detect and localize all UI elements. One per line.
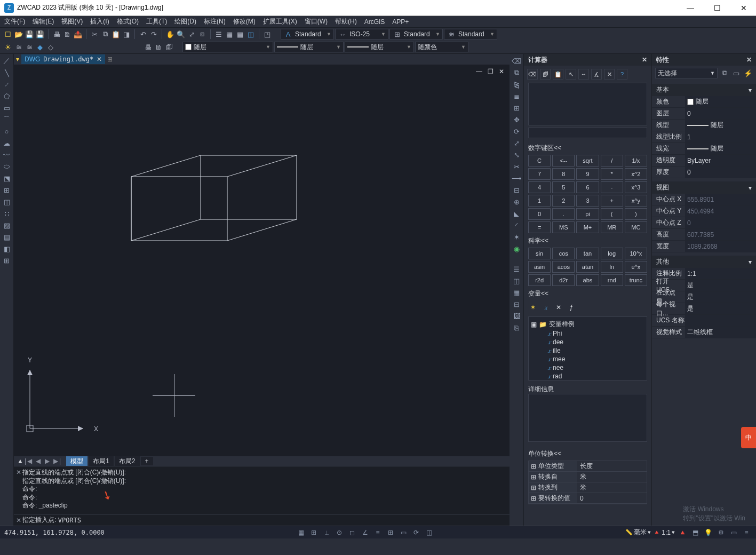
menu-express[interactable]: 扩展工具(X) bbox=[263, 17, 297, 26]
tab-model[interactable]: 模型 bbox=[66, 456, 87, 466]
plot-icon[interactable]: 🖶 bbox=[143, 42, 153, 52]
preview-icon[interactable]: 🗎 bbox=[62, 29, 72, 39]
quickselect-icon[interactable]: ⧉ bbox=[720, 68, 729, 78]
grid-icon[interactable]: ▦ bbox=[235, 29, 245, 39]
group-icon[interactable]: ⊟ bbox=[512, 299, 521, 309]
designcenter-icon[interactable]: ◫ bbox=[246, 29, 256, 39]
calc-getpt-icon[interactable]: ↖ bbox=[566, 69, 576, 80]
pline-icon[interactable]: ⟋ bbox=[2, 80, 12, 89]
text-style-dropdown[interactable]: A Standard▼ bbox=[281, 29, 334, 39]
plot2-icon[interactable]: 🗎 bbox=[154, 42, 163, 52]
calc-sci-sin[interactable]: sin bbox=[528, 248, 551, 259]
prop-group-basic[interactable]: 基本▾ bbox=[652, 84, 756, 96]
calc-sci-abs[interactable]: abs bbox=[576, 274, 599, 286]
dim-style-dropdown[interactable]: ↔ ISO-25▼ bbox=[335, 29, 388, 39]
calc-key-=[interactable]: = bbox=[528, 221, 551, 233]
rotate-icon[interactable]: ⟳ bbox=[512, 126, 521, 136]
var-dee[interactable]: 𝑥 dee bbox=[531, 338, 644, 346]
prop-row[interactable]: 中心点 Z0 bbox=[652, 217, 756, 229]
calc-sci-rnd[interactable]: rnd bbox=[601, 274, 623, 286]
clean-icon[interactable]: ▭ bbox=[728, 528, 739, 537]
props-selection-dropdown[interactable]: 无选择▼ bbox=[655, 68, 718, 78]
move-icon[interactable]: ✥ bbox=[512, 115, 521, 124]
var-mee[interactable]: 𝑥 mee bbox=[531, 355, 644, 363]
prop-row[interactable]: 颜色随层 bbox=[652, 96, 756, 108]
menu-app[interactable]: APP+ bbox=[392, 18, 409, 26]
prop-row[interactable]: 高度607.7385 bbox=[652, 229, 756, 241]
calc-key-5[interactable]: 5 bbox=[552, 181, 575, 193]
prop-row[interactable]: 线宽随层 bbox=[652, 143, 756, 155]
match-icon[interactable]: ◨ bbox=[122, 29, 131, 39]
menu-edit[interactable]: 编辑(E) bbox=[33, 17, 54, 26]
cycle-icon[interactable]: ⟳ bbox=[411, 528, 421, 537]
qp-icon[interactable]: ◫ bbox=[424, 528, 434, 537]
layer-tool2-icon[interactable]: ≋ bbox=[25, 42, 34, 52]
array-icon[interactable]: ⊞ bbox=[512, 103, 521, 113]
calc-key-*[interactable]: * bbox=[601, 168, 623, 180]
tab-layout1[interactable]: 布局1 bbox=[89, 456, 114, 466]
props-close-icon[interactable]: ✕ bbox=[746, 56, 752, 64]
calc-paste-icon[interactable]: 📋 bbox=[553, 69, 563, 80]
var-nee[interactable]: 𝑥 nee bbox=[531, 363, 644, 372]
prop-row[interactable]: 视觉样式二维线框 bbox=[652, 327, 756, 338]
erase-icon[interactable]: ⌫ bbox=[512, 56, 521, 66]
calc-sci-tan[interactable]: tan bbox=[576, 248, 599, 259]
saveas-icon[interactable]: 💾 bbox=[35, 29, 45, 39]
print-icon[interactable]: 🖶 bbox=[52, 29, 61, 39]
layout-expand-icon[interactable]: ▲ bbox=[17, 457, 23, 465]
break-icon[interactable]: ⊟ bbox=[512, 185, 521, 195]
maximize-button[interactable]: ☐ bbox=[709, 4, 725, 12]
ellipse-icon[interactable]: ⬭ bbox=[2, 162, 12, 171]
fillet-icon[interactable]: ◜ bbox=[512, 220, 521, 230]
copy2-icon[interactable]: ⧉ bbox=[512, 68, 521, 77]
unit-row[interactable]: ⊞转换到米 bbox=[529, 482, 647, 493]
prop-row[interactable]: 透明度ByLayer bbox=[652, 155, 756, 166]
menu-dim[interactable]: 标注(N) bbox=[204, 17, 226, 26]
redo-icon[interactable]: ↷ bbox=[149, 29, 158, 39]
grid2-icon[interactable]: ⊞ bbox=[308, 528, 319, 537]
table-style-dropdown[interactable]: ⊞ Standard▼ bbox=[389, 29, 443, 39]
calc-key-8[interactable]: 8 bbox=[552, 168, 575, 180]
pickadd-icon[interactable]: ⚡ bbox=[743, 68, 753, 78]
calc-sci-ln[interactable]: ln bbox=[601, 261, 623, 273]
calc-sci-log[interactable]: log bbox=[601, 248, 623, 259]
mline-style-dropdown[interactable]: ≋ Standard▼ bbox=[444, 29, 497, 39]
join-icon[interactable]: ⊕ bbox=[512, 197, 521, 207]
pan-icon[interactable]: ✋ bbox=[165, 29, 175, 39]
calc-key-1[interactable]: 1 bbox=[528, 195, 551, 207]
new-tab-icon[interactable]: ⊞ bbox=[107, 56, 113, 63]
layer-tool4-icon[interactable]: ◇ bbox=[46, 42, 55, 52]
model-icon[interactable]: ▭ bbox=[398, 528, 409, 537]
status-units[interactable]: 📏 毫米▾ bbox=[625, 528, 651, 537]
block-icon[interactable]: ◳ bbox=[262, 29, 272, 39]
zoom-win-icon[interactable]: ⧈ bbox=[197, 29, 207, 39]
menu-format[interactable]: 格式(O) bbox=[117, 17, 139, 26]
mirror-icon[interactable]: ⧎ bbox=[512, 80, 521, 89]
calc-dist-icon[interactable]: ↔ bbox=[578, 69, 589, 80]
calc-clear-icon[interactable]: ⌫ bbox=[527, 69, 538, 80]
new-icon[interactable]: ☐ bbox=[3, 29, 13, 39]
polygon-icon[interactable]: ⬠ bbox=[2, 91, 12, 101]
menu-file[interactable]: 文件(F) bbox=[4, 17, 25, 26]
layer-dropdown[interactable]: 随层▼ bbox=[182, 42, 273, 52]
calc-sci-d2r[interactable]: d2r bbox=[552, 274, 575, 286]
calc-key-)[interactable]: ) bbox=[625, 208, 647, 220]
cmd-close2-icon[interactable]: ✕ bbox=[16, 517, 21, 524]
xline-icon[interactable]: ╲ bbox=[2, 68, 12, 77]
ime-indicator[interactable]: 中 bbox=[741, 427, 756, 448]
tab-add-icon[interactable]: + bbox=[141, 457, 153, 465]
close-button[interactable]: ✕ bbox=[736, 4, 752, 12]
hatch-icon[interactable]: ▨ bbox=[2, 220, 12, 230]
publish-icon[interactable]: 📤 bbox=[73, 29, 83, 39]
hw-icon[interactable]: ⚙ bbox=[715, 528, 726, 537]
insert-icon[interactable]: ⊞ bbox=[2, 185, 12, 195]
prop-group-view[interactable]: 视图▾ bbox=[652, 181, 756, 194]
circle-icon[interactable]: ○ bbox=[2, 126, 12, 136]
open-icon[interactable]: 📂 bbox=[14, 29, 23, 39]
calc-sci-cos[interactable]: cos bbox=[552, 248, 575, 259]
mdi-close-icon[interactable]: ✕ bbox=[499, 68, 504, 75]
calc-key-MC[interactable]: MC bbox=[625, 221, 647, 233]
calc-key-<--[interactable]: <-- bbox=[552, 155, 575, 166]
menu-view[interactable]: 视图(V) bbox=[61, 17, 83, 26]
zoom-ext-icon[interactable]: ⤢ bbox=[187, 29, 196, 39]
